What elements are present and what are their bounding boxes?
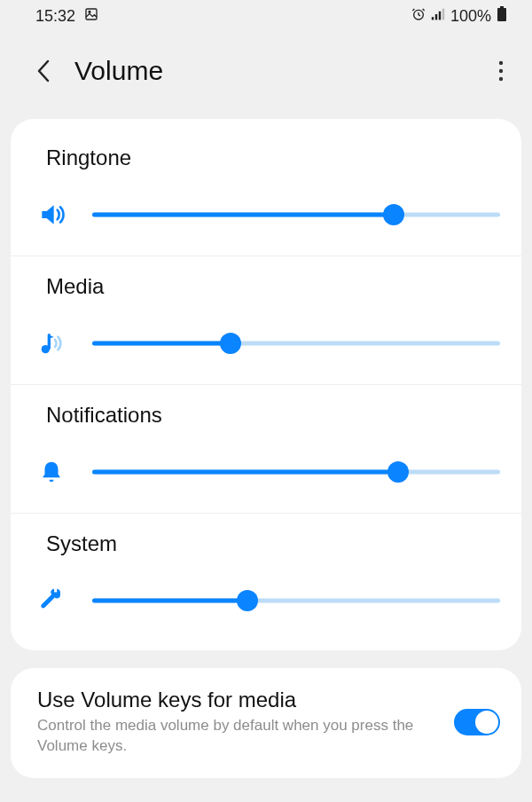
svg-rect-6 — [442, 8, 444, 20]
ringtone-slider[interactable] — [92, 204, 500, 225]
system-icon — [34, 583, 69, 618]
svg-rect-4 — [435, 14, 437, 20]
svg-point-1 — [89, 11, 90, 12]
svg-rect-0 — [86, 9, 97, 20]
volume-keys-media-row[interactable]: Use Volume keys for media Control the me… — [11, 668, 521, 778]
status-time: 15:32 — [35, 7, 75, 26]
status-bar: 15:32 100% — [0, 0, 532, 32]
ringtone-row: Ringtone — [11, 128, 521, 256]
page-title: Volume — [74, 56, 488, 86]
media-icon — [34, 326, 69, 361]
chevron-left-icon — [35, 58, 53, 84]
option-description: Control the media volume by default when… — [37, 716, 440, 757]
svg-point-9 — [499, 61, 503, 65]
ringtone-label: Ringtone — [46, 145, 500, 170]
notifications-slider[interactable] — [92, 461, 500, 483]
svg-point-11 — [499, 77, 503, 81]
svg-rect-3 — [432, 17, 434, 20]
notifications-label: Notifications — [46, 403, 500, 428]
overflow-menu-button[interactable] — [488, 53, 514, 89]
page-header: Volume — [0, 32, 532, 119]
system-row: System — [11, 514, 521, 641]
more-vertical-icon — [498, 60, 504, 82]
volume-sliders-card: Ringtone Media Notifications — [11, 119, 521, 650]
notifications-row: Notifications — [11, 385, 521, 514]
picture-icon — [84, 7, 98, 26]
media-row: Media — [11, 256, 521, 385]
option-title: Use Volume keys for media — [37, 688, 440, 712]
media-label: Media — [46, 274, 500, 299]
svg-rect-7 — [497, 8, 506, 21]
system-slider[interactable] — [92, 590, 500, 611]
system-label: System — [46, 531, 500, 556]
svg-rect-5 — [439, 11, 441, 20]
svg-point-10 — [499, 69, 503, 73]
battery-icon — [497, 6, 507, 27]
notifications-icon — [34, 454, 69, 490]
back-button[interactable] — [27, 53, 62, 89]
signal-icon — [431, 7, 445, 26]
media-slider[interactable] — [92, 333, 500, 354]
alarm-icon — [411, 7, 426, 26]
volume-keys-media-toggle[interactable] — [454, 709, 500, 735]
svg-rect-8 — [500, 6, 504, 8]
svg-point-12 — [42, 345, 50, 353]
battery-text: 100% — [450, 7, 491, 26]
ringtone-icon — [34, 197, 69, 232]
